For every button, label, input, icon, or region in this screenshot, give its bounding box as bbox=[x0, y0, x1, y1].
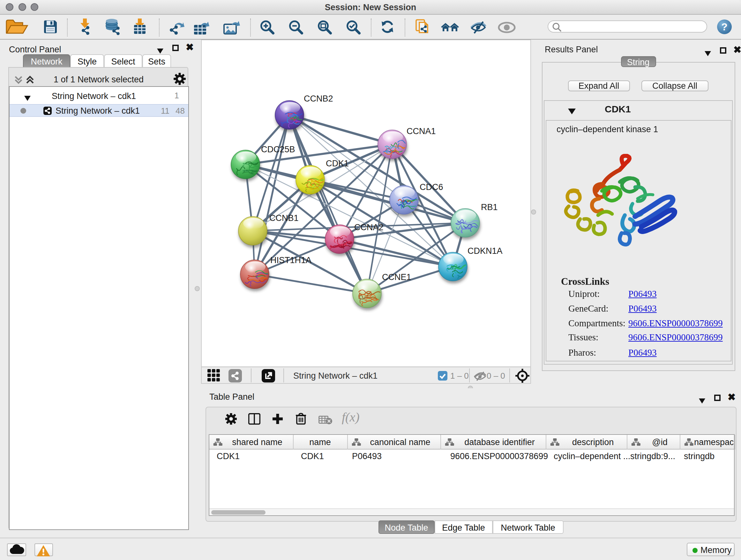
svg-text:CCNB1: CCNB1 bbox=[269, 213, 298, 223]
svg-text:CDC6: CDC6 bbox=[419, 182, 443, 192]
svg-text:HIST1H1A: HIST1H1A bbox=[270, 255, 311, 265]
svg-text:?: ? bbox=[721, 21, 728, 33]
svg-text:CCNA1: CCNA1 bbox=[406, 126, 435, 136]
svg-text:RB1: RB1 bbox=[481, 202, 497, 212]
svg-text:CCNE1: CCNE1 bbox=[382, 272, 411, 282]
svg-text:CCNA2: CCNA2 bbox=[354, 223, 383, 232]
svg-text:CDK1: CDK1 bbox=[326, 159, 348, 168]
svg-text:CCNB2: CCNB2 bbox=[304, 94, 333, 104]
svg-text:CDC25B: CDC25B bbox=[261, 145, 295, 154]
svg-text:CDKN1A: CDKN1A bbox=[467, 246, 502, 256]
